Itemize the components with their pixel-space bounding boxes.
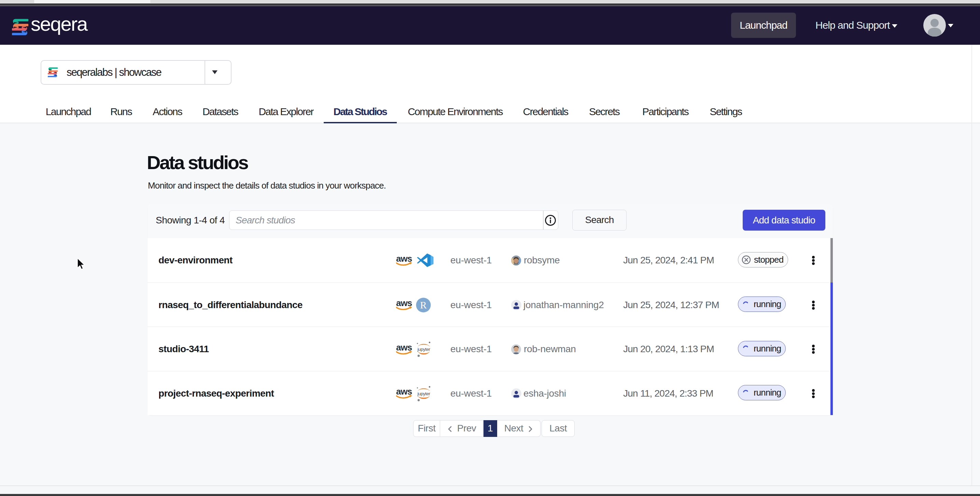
svg-text:R: R bbox=[420, 299, 427, 310]
